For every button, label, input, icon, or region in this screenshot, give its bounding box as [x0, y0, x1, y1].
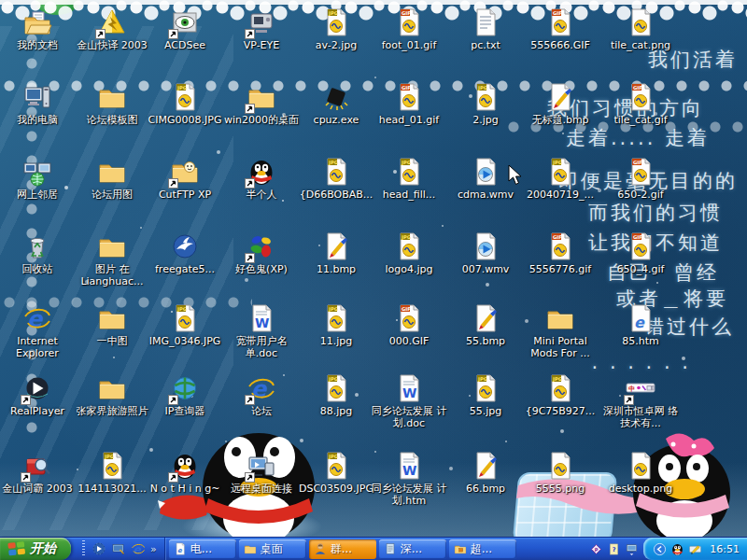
png-icon — [545, 451, 575, 481]
quick-launch-handle[interactable] — [82, 540, 85, 557]
desktop-icon[interactable]: 中深圳市恒卓网 络技术有... — [599, 373, 682, 429]
desktop-icon[interactable]: ACDSee — [144, 7, 226, 51]
desktop-icon[interactable]: GIFtile_cat.gif — [599, 82, 682, 126]
realplayer-icon — [22, 373, 52, 403]
desktop-icon[interactable]: pc.txt — [444, 7, 527, 51]
desktop-icon-label: 650_4.gif — [599, 263, 682, 275]
svg-text:JPG: JPG — [328, 454, 338, 460]
desktop-icon[interactable]: GIFhead_01.gif — [368, 82, 450, 126]
desktop-icon[interactable]: JPGIMG_0346.JPG — [144, 303, 226, 347]
jpg-icon: JPG — [97, 451, 127, 481]
desktop-icon[interactable]: 66.bmp — [444, 451, 527, 495]
start-button[interactable]: 开始 — [0, 538, 71, 560]
taskbar-button[interactable]: 群... — [309, 539, 376, 559]
desktop-icon[interactable]: 我的电脑 — [0, 82, 78, 126]
desktop-icon[interactable]: cpuz.exe — [295, 82, 377, 126]
doc-icon: W — [394, 373, 424, 403]
desktop-icon[interactable]: JPG88.jpg — [295, 373, 377, 417]
desktop-icon[interactable]: 张家界旅游照片 — [71, 373, 153, 417]
desktop-icon[interactable]: tile_cat.png — [599, 7, 682, 51]
desktop-icon[interactable]: W宽带用户名单.doc — [220, 303, 303, 359]
desktop-icon[interactable]: desktop.png — [599, 451, 682, 495]
language-collapse-icon[interactable] — [653, 542, 667, 556]
bmp-icon — [471, 451, 500, 481]
quick-launch-overflow-chevron[interactable]: » — [150, 543, 157, 555]
jpg-icon: JPG — [321, 157, 351, 187]
desktop-icon[interactable]: 007.wmv — [444, 231, 527, 275]
desktop-icon-label: RealPlayer — [0, 405, 78, 417]
desktop-icon[interactable]: JPG2.jpg — [444, 82, 527, 126]
desktop-icon[interactable]: JPG{9C75B927... — [519, 373, 601, 417]
desktop-icon[interactable]: JPGDSC03509.JPG — [295, 451, 377, 495]
desktop-icon[interactable]: eInternet Explorer — [0, 303, 78, 359]
network-icon — [22, 157, 52, 187]
desktop-icon[interactable]: 11.bmp — [295, 231, 377, 275]
desktop-icon[interactable]: JPG11.jpg — [295, 303, 377, 347]
jpg-icon: JPG — [170, 303, 200, 333]
ime-pen-icon[interactable] — [688, 542, 702, 556]
desktop-icon[interactable]: JPG55.jpg — [444, 373, 527, 417]
desktop-icon[interactable]: 网上邻居 — [0, 157, 78, 201]
desktop-icon[interactable]: JPGav-2.jpg — [295, 7, 377, 51]
desktop-icon[interactable]: JPGlogo4.jpg — [368, 231, 450, 275]
desktop-icon[interactable]: 5555.png — [519, 451, 601, 495]
svg-text:GIF: GIF — [633, 160, 642, 165]
desktop-icon[interactable]: VP-EYE — [220, 7, 303, 51]
desktop-icon[interactable]: GIF650_4.gif — [599, 231, 682, 275]
desktop-icon[interactable]: 远程桌面连接 — [220, 451, 303, 495]
desktop-icon[interactable]: 好色鬼(XP) — [220, 231, 303, 275]
desktop-icon[interactable]: W同乡论坛发展 计划.htm — [368, 451, 450, 507]
desktop-icon-label: 半个人 — [220, 189, 303, 201]
desktop-icon[interactable]: 论坛用图 — [71, 157, 153, 201]
app-diamond-icon[interactable]: P — [589, 542, 603, 556]
help-note-icon[interactable]: ? — [607, 542, 621, 556]
shortcut-arrow-icon — [168, 395, 178, 405]
internet-explorer-icon[interactable]: e — [131, 541, 146, 556]
doc-icon: W — [394, 451, 424, 481]
desktop-icon[interactable]: 回收站 — [0, 231, 78, 275]
desktop-icon[interactable]: JPG20040719_... — [519, 157, 601, 201]
desktop-icon[interactable]: JPG{D66BOBAB... — [295, 157, 377, 201]
svg-text:JPG: JPG — [328, 160, 338, 166]
qq-icon[interactable] — [670, 542, 684, 556]
snow-speckles — [0, 0, 2, 2]
desktop-icon[interactable]: RealPlayer — [0, 373, 78, 417]
media-player-icon[interactable] — [92, 541, 106, 556]
recycle-icon — [22, 231, 52, 261]
desktop-icon[interactable]: GIF5556776.gif — [519, 231, 601, 275]
desktop-icon[interactable]: 我的文档 — [0, 7, 78, 51]
taskbar-button[interactable]: e电... — [169, 539, 236, 559]
display-settings-icon[interactable] — [625, 542, 639, 556]
desktop-icon[interactable]: win2000的桌面 — [220, 82, 303, 126]
taskbar-button[interactable]: 桌面 — [239, 539, 306, 559]
desktop-icon[interactable]: CutFTP XP — [144, 157, 226, 201]
taskbar-button[interactable]: 深... — [379, 539, 446, 559]
desktop-icon[interactable]: JPG114113021... — [71, 451, 153, 495]
jpg-icon: JPG — [170, 82, 200, 112]
system-tray: 16:51 — [643, 538, 747, 560]
desktop-icon[interactable]: e85.htm — [599, 303, 682, 347]
desktop-icon[interactable]: 论坛模板图 — [71, 82, 153, 126]
desktop-icon[interactable]: JPGhead_fill... — [368, 157, 450, 201]
desktop-icon[interactable]: 金山快译 2003 — [71, 7, 153, 51]
desktop-icon[interactable]: freegate5... — [144, 231, 226, 275]
desktop-icon[interactable]: 金山词霸 2003 — [0, 451, 78, 495]
desktop-icon[interactable]: 图片 在 Lianghuac... — [71, 231, 153, 287]
desktop-icon[interactable]: N o t H i n g~ — [144, 451, 226, 495]
desktop-icon[interactable]: 无标题.bmp — [519, 82, 601, 126]
desktop-icon[interactable]: GIF555666.GIF — [519, 7, 601, 51]
shortcut-arrow-icon — [168, 178, 178, 189]
show-desktop-icon[interactable] — [111, 541, 126, 556]
taskbar-button[interactable]: 超... — [449, 539, 516, 559]
desktop-icon[interactable]: IP查询器 — [144, 373, 226, 417]
desktop-icon[interactable]: JPGCIMG0008.JPG — [144, 82, 226, 126]
desktop-icon[interactable]: GIFfoot_01.gif — [368, 7, 450, 51]
desktop-icon[interactable]: GIF000.GIF — [368, 303, 450, 347]
desktop-icon[interactable]: GIF650-2.gif — [599, 157, 682, 201]
desktop-icon[interactable]: 半个人 — [220, 157, 303, 201]
desktop-icon[interactable]: 一中图 — [71, 303, 153, 347]
desktop-icon[interactable]: Mini Portal Mods For ... — [519, 303, 601, 359]
desktop-icon[interactable]: e论坛 — [220, 373, 303, 417]
desktop-icon[interactable]: W同乡论坛发展 计划.doc — [368, 373, 450, 429]
desktop-icon[interactable]: 55.bmp — [444, 303, 527, 347]
